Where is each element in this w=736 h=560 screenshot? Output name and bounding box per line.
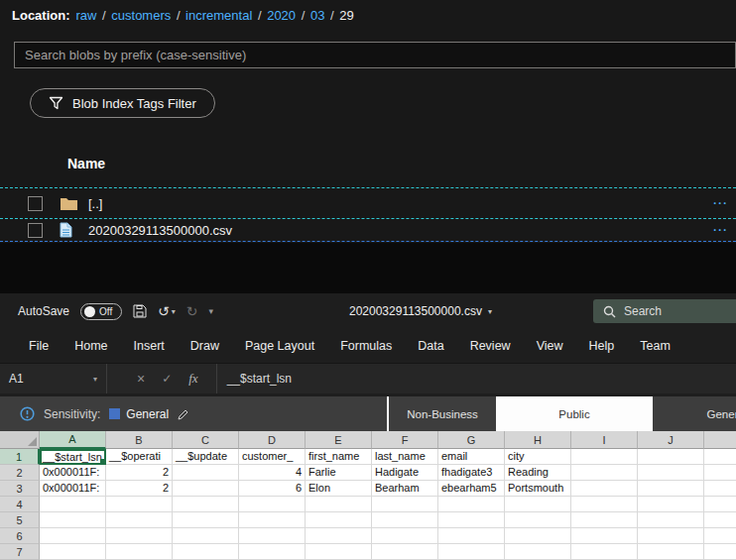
blob-index-tags-filter-button[interactable]: Blob Index Tags Filter (30, 88, 215, 118)
sensitivity-option-non-business[interactable]: Non-Business (389, 396, 496, 431)
column-header-C[interactable]: C (173, 431, 239, 449)
redo-icon[interactable]: ↻ (186, 303, 198, 319)
row-header-1[interactable]: 1 (0, 449, 40, 465)
cell-C2[interactable] (173, 465, 239, 481)
select-all-corner[interactable] (0, 431, 40, 449)
row-header-3[interactable]: 3 (0, 481, 40, 497)
ribbon-tab-help[interactable]: Help (576, 329, 628, 363)
autosave-toggle[interactable]: Off (80, 303, 122, 320)
quick-access-customize-icon[interactable]: ▾ (209, 306, 214, 316)
cell-F1[interactable]: last_name (372, 449, 438, 465)
cell-A3[interactable]: 0x000011F: (40, 481, 106, 497)
cell-B7[interactable] (106, 544, 173, 560)
cell-J5[interactable] (638, 512, 704, 528)
cell-F2[interactable]: Hadigate (372, 465, 438, 481)
table-row-csv-file[interactable]: 20200329113500000.csv ⋯ (0, 219, 736, 242)
cell-E5[interactable] (306, 512, 372, 528)
column-header-H[interactable]: H (505, 431, 571, 449)
cell-D3[interactable]: 6 (239, 481, 306, 497)
table-row-parent-dir[interactable]: [..] ⋯ (0, 187, 736, 219)
cell-D4[interactable] (239, 497, 306, 512)
row-checkbox[interactable] (28, 223, 43, 238)
cell-D5[interactable] (239, 512, 306, 528)
cell-E4[interactable] (306, 497, 372, 512)
row-header-2[interactable]: 2 (0, 465, 40, 481)
enter-icon[interactable]: ✓ (162, 372, 172, 386)
cell-B6[interactable] (106, 528, 173, 544)
cell-H7[interactable] (505, 544, 571, 560)
cell-F4[interactable] (372, 497, 438, 512)
cell-D7[interactable] (239, 544, 306, 560)
cell-A1[interactable]: __$start_lsn (40, 449, 106, 465)
cell-H6[interactable] (505, 528, 571, 544)
ribbon-tab-team[interactable]: Team (627, 329, 683, 363)
cell-H2[interactable]: Reading (505, 465, 571, 481)
breadcrumb-link[interactable]: 2020 (267, 8, 296, 23)
name-box[interactable]: A1 ▾ (0, 364, 107, 393)
cell-G5[interactable] (438, 512, 505, 528)
cancel-icon[interactable]: × (137, 371, 145, 387)
cell-C5[interactable] (173, 512, 239, 528)
cell-I3[interactable] (571, 481, 638, 497)
cell-J6[interactable] (638, 528, 704, 544)
cell-I7[interactable] (571, 544, 638, 560)
cell-B3[interactable]: 2 (106, 481, 173, 497)
cell-D1[interactable]: customer_ (239, 449, 306, 465)
cell-B5[interactable] (106, 512, 173, 528)
cell-H1[interactable]: city (505, 449, 571, 465)
ribbon-tab-home[interactable]: Home (61, 329, 120, 363)
cell-G4[interactable] (438, 497, 505, 512)
cell-A5[interactable] (40, 512, 106, 528)
cell-F5[interactable] (372, 512, 438, 528)
undo-dropdown-icon[interactable]: ▾ (172, 307, 176, 316)
cell-G2[interactable]: fhadigate3 (438, 465, 505, 481)
row-header-5[interactable]: 5 (0, 512, 40, 528)
column-header-E[interactable]: E (306, 431, 372, 449)
search-input[interactable] (14, 42, 736, 68)
ribbon-tab-insert[interactable]: Insert (121, 329, 178, 363)
ribbon-tab-data[interactable]: Data (405, 329, 456, 363)
ribbon-tab-formulas[interactable]: Formulas (327, 329, 405, 363)
cell-I4[interactable] (571, 497, 638, 512)
cell-C4[interactable] (173, 497, 239, 512)
cell-G3[interactable]: ebearham5 (438, 481, 505, 497)
ribbon-tab-view[interactable]: View (524, 329, 576, 363)
cell-A6[interactable] (40, 528, 106, 544)
row-header-4[interactable]: 4 (0, 497, 40, 512)
cell-G6[interactable] (438, 528, 505, 544)
column-header-J[interactable]: J (638, 431, 704, 449)
cell-C7[interactable] (173, 544, 239, 560)
column-header-A[interactable]: A (40, 431, 106, 449)
cell-B1[interactable]: __$operati (106, 449, 173, 465)
column-header-G[interactable]: G (438, 431, 505, 449)
cell-E7[interactable] (306, 544, 372, 560)
blob-name[interactable]: [..] (88, 196, 102, 211)
cell-A7[interactable] (40, 544, 106, 560)
edit-sensitivity-icon[interactable] (178, 408, 189, 420)
breadcrumb-link[interactable]: 03 (310, 8, 324, 23)
cell-C6[interactable] (173, 528, 239, 544)
cell-F6[interactable] (372, 528, 438, 544)
cell-E3[interactable]: Elon (306, 481, 372, 497)
ribbon-tab-page-layout[interactable]: Page Layout (232, 329, 327, 363)
name-column-header[interactable]: Name (67, 156, 105, 171)
cell-E2[interactable]: Farlie (306, 465, 372, 481)
cell-A4[interactable] (40, 497, 106, 512)
cell-I5[interactable] (571, 512, 638, 528)
cell-H4[interactable] (505, 497, 571, 512)
undo-icon[interactable]: ↺ ▾ (158, 303, 176, 319)
breadcrumb-link[interactable]: customers (111, 8, 171, 23)
cell-B4[interactable] (106, 497, 173, 512)
blob-name[interactable]: 20200329113500000.csv (88, 223, 232, 238)
document-title[interactable]: 20200329113500000.csv ▾ (349, 293, 492, 329)
save-icon[interactable] (133, 304, 147, 318)
more-options-icon[interactable]: ⋯ (712, 194, 728, 212)
cell-G7[interactable] (438, 544, 505, 560)
cell-D6[interactable] (239, 528, 306, 544)
ribbon-tab-draw[interactable]: Draw (178, 329, 232, 363)
ribbon-tab-review[interactable]: Review (457, 329, 524, 363)
column-header-F[interactable]: F (372, 431, 438, 449)
ribbon-tab-file[interactable]: File (16, 329, 61, 363)
column-header-B[interactable]: B (106, 431, 173, 449)
cell-C1[interactable]: __$update (173, 449, 239, 465)
